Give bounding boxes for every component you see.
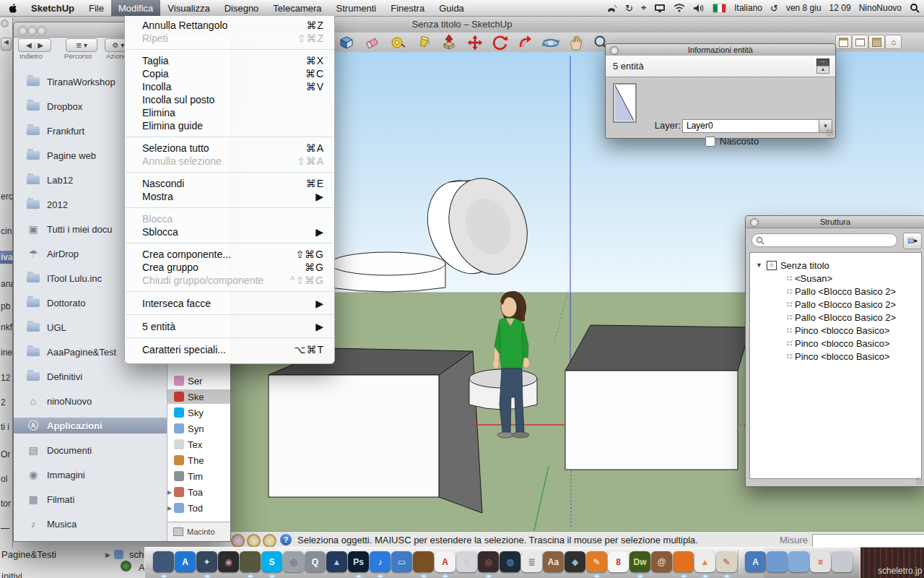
home-view-button[interactable]: ⌂ [885, 35, 902, 49]
file-row[interactable]: Sky [167, 405, 230, 420]
dock-icon-itunes[interactable]: ♪ [370, 551, 391, 572]
menu-item-interseca-facce[interactable]: Interseca facce▶ [128, 297, 331, 310]
dock-icon-vlc[interactable]: ▲ [694, 551, 715, 572]
display-icon[interactable] [654, 4, 666, 13]
minimize-icon[interactable] [27, 26, 37, 35]
file-row[interactable]: Tex [167, 437, 230, 452]
view-mode-button[interactable]: ≣ ▾ [66, 38, 97, 52]
menu-item-caratteri-speciali[interactable]: Caratteri speciali...⌥⌘T [128, 343, 331, 356]
rotate-icon[interactable] [492, 34, 509, 51]
input-language[interactable]: Italiano [734, 3, 762, 13]
dock-icon-cd-player[interactable]: ◎ [283, 551, 304, 572]
dock-icon-quicktime[interactable]: Q [305, 551, 326, 572]
layer-dropdown[interactable]: Layer0 ▼ [682, 119, 832, 133]
menu-finestra[interactable]: Finestra [383, 0, 432, 16]
tree-item-component[interactable]: ∷<Susan> [750, 272, 924, 285]
tape-measure-icon[interactable] [389, 34, 406, 51]
dock-icon-trash[interactable] [832, 551, 853, 572]
resize-grip[interactable] [827, 129, 834, 137]
spotlight-search-icon[interactable] [910, 3, 920, 13]
menubar-date[interactable]: ven 8 giu [786, 3, 821, 13]
menu-item-nascondi[interactable]: Nascondi⌘E [128, 177, 331, 190]
sidebar-item-documents[interactable]: ▤Documenti [14, 442, 165, 458]
entity-info-titlebar[interactable]: Informazioni entità [606, 44, 835, 56]
disclosure-triangle-icon[interactable]: ▶ [167, 489, 174, 496]
back-forward-buttons[interactable]: ◀|▶ [18, 38, 51, 52]
file-row[interactable]: Tim [167, 469, 230, 483]
phone-icon[interactable] [606, 4, 617, 13]
menu-item-crea-componente[interactable]: Crea componente...⇧⌘G [128, 248, 331, 261]
outliner-panel[interactable]: Struttura ▤▸ ▼ ⌂ Senza titolo ∷<Susan> ∷… [745, 215, 924, 487]
orbit-icon[interactable] [542, 34, 559, 51]
dock-icon-finder[interactable] [153, 551, 174, 572]
dock-icon-pages[interactable]: ✎ [586, 551, 607, 572]
menu-disegno[interactable]: Disegno [217, 0, 266, 16]
dock-icon-address-book[interactable]: @ [651, 551, 672, 572]
dock-icon-garageband[interactable] [413, 551, 434, 572]
dock-icon-downloads-folder[interactable] [767, 551, 788, 572]
menu-item-incolla-sul-posto[interactable]: Incolla sul posto [128, 93, 331, 106]
details-button[interactable]: ▤▸ [903, 233, 922, 249]
sidebar-item-movies[interactable]: ▦Filmati [14, 491, 165, 507]
menu-item-elimina[interactable]: Elimina [128, 106, 331, 119]
tree-item-component[interactable]: ∷Pallo <Blocco Basico 2> [750, 298, 924, 311]
menu-strumenti[interactable]: Strumenti [329, 0, 384, 16]
menu-item-mostra[interactable]: Mostra▶ [128, 190, 331, 203]
menubar-time[interactable]: 12 09 [829, 3, 851, 13]
dock-icon-photoshop[interactable]: Ps [348, 551, 369, 572]
file-row-selected[interactable]: Ske [167, 389, 230, 404]
sidebar-item-pictures[interactable]: ◉Immagini [14, 467, 165, 483]
make-component-icon[interactable] [338, 34, 355, 51]
sidebar-item-home[interactable]: ⌂ninoNuovo [14, 393, 165, 409]
menu-modifica[interactable]: Modifica [111, 0, 160, 16]
dock-icon-rocket[interactable]: ▲ [326, 551, 347, 572]
dock-icon-screen-sharing[interactable]: ▭ [391, 551, 412, 572]
outliner-titlebar[interactable]: Struttura [746, 216, 924, 228]
pan-icon[interactable] [567, 34, 585, 51]
dock-icon-applications-folder[interactable]: A [745, 551, 766, 572]
dock-icon-documents-folder[interactable] [788, 551, 809, 572]
dock-icon-firefox[interactable] [673, 551, 694, 572]
file-row[interactable]: ▶Tod [167, 501, 230, 515]
dock-icon-ink[interactable]: ◆ [565, 551, 585, 572]
menubar-user[interactable]: NinoNuovo [859, 3, 902, 13]
menu-item-elimina-guide[interactable]: Elimina guide [128, 119, 331, 132]
dock-icon-papers-stack[interactable]: ≡ [810, 551, 831, 572]
menu-guida[interactable]: Guida [432, 0, 471, 16]
close-icon[interactable] [18, 26, 27, 35]
dock-icon-loading[interactable]: ◌ [456, 551, 477, 572]
dock-icon-skype[interactable]: S [261, 551, 282, 572]
sidebar-item-music[interactable]: ♪Musica [14, 516, 165, 532]
menu-telecamera[interactable]: Telecamera [266, 0, 328, 16]
sidebar-item-definitivi[interactable]: Definitivi [14, 368, 165, 384]
menu-visualizza[interactable]: Visualizza [160, 0, 217, 16]
disclosure-triangle-icon[interactable]: ▶ [167, 505, 174, 512]
file-row[interactable]: ▶Toa [167, 485, 230, 499]
dock-icon-dreamweaver[interactable]: Dw [629, 551, 650, 572]
dock-icon-camo-game[interactable] [240, 551, 261, 572]
flag-italy-icon[interactable] [712, 4, 726, 13]
iso-view-button[interactable] [835, 35, 852, 49]
wifi-icon[interactable] [674, 4, 685, 12]
expand-icon[interactable]: ▲ [816, 66, 829, 74]
apple-menu[interactable] [0, 0, 24, 16]
tree-item-component[interactable]: ∷Pinco <blocco Basico> [750, 337, 924, 350]
zoom-icon[interactable] [37, 26, 46, 35]
dock-icon-earth[interactable]: ◍ [500, 551, 520, 572]
file-row[interactable]: Ser [167, 374, 230, 388]
menu-item-taglia[interactable]: Taglia⌘X [128, 54, 331, 67]
time-machine-icon[interactable]: ↺ [770, 3, 778, 14]
menu-file[interactable]: File [82, 0, 111, 16]
menu-item-seleziona-tutto[interactable]: Seleziona tutto⌘A [128, 142, 331, 155]
box-component-left[interactable] [269, 348, 482, 513]
menu-sketchup[interactable]: SketchUp [24, 0, 82, 16]
menu-item-annulla[interactable]: Annulla Rettangolo⌘Z [128, 19, 331, 32]
menu-item-5-entita[interactable]: 5 entità▶ [128, 320, 331, 333]
location-icon[interactable]: ⌖ [641, 2, 646, 14]
tree-item-component[interactable]: ∷Pinco <blocco Basico> [750, 324, 924, 337]
disclosure-triangle-icon[interactable]: ▼ [756, 262, 762, 269]
file-row[interactable]: The [167, 453, 230, 467]
tree-item-component[interactable]: ∷Pallo <Blocco Basico 2> [750, 285, 924, 298]
tree-item-component[interactable]: ∷Pinco <blocco Basico> [750, 350, 924, 363]
tree-item-component[interactable]: ∷Pallo <Blocco Basico 2> [750, 311, 924, 324]
